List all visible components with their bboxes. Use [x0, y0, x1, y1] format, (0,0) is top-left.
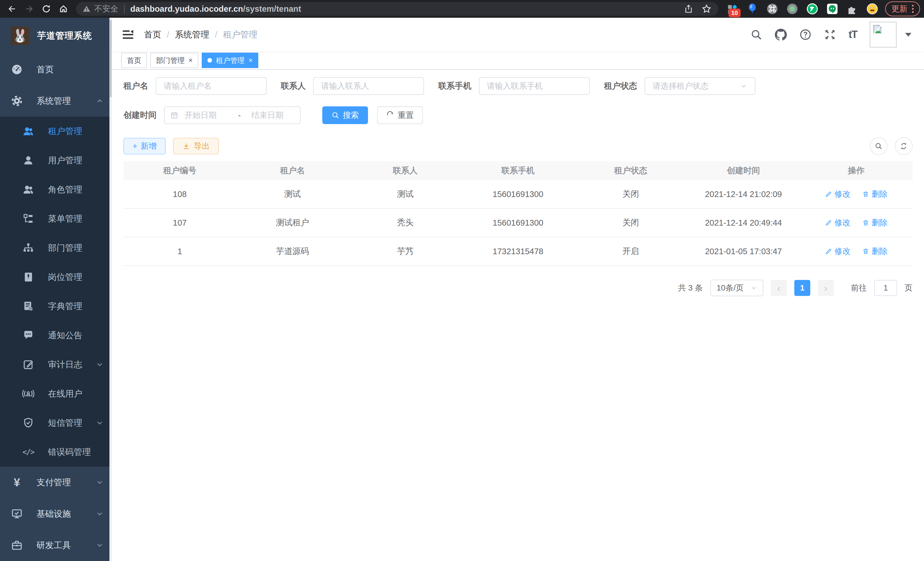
- sidebar-item-label: 审计日志: [48, 359, 82, 371]
- gear-icon: [11, 95, 23, 107]
- breadcrumb-system[interactable]: 系统管理: [175, 29, 209, 41]
- security-chip[interactable]: 不安全: [82, 3, 118, 14]
- sidebar-item-menu[interactable]: 菜单管理: [0, 204, 112, 233]
- sidebar-item-infra[interactable]: 基础设施: [0, 498, 112, 529]
- search-icon: [332, 111, 339, 119]
- prev-page-button[interactable]: ‹: [771, 280, 787, 296]
- delete-link[interactable]: 删除: [862, 217, 888, 228]
- refresh-table-button[interactable]: [895, 137, 913, 155]
- header-search-icon[interactable]: [750, 29, 762, 41]
- tab-close-icon[interactable]: ×: [249, 57, 253, 64]
- extension-command-icon[interactable]: [766, 2, 779, 15]
- sidebar-item-tenant[interactable]: 租户管理: [0, 117, 112, 146]
- sidebar-logo[interactable]: 🐰 芋道管理系统: [0, 18, 112, 54]
- sidebar-collapse-icon[interactable]: [122, 28, 134, 41]
- tenant-name-label: 租户名: [123, 80, 148, 92]
- sidebar-item-system[interactable]: 系统管理: [0, 85, 112, 117]
- sidebar-item-notice[interactable]: 通知公告: [0, 321, 112, 350]
- security-label: 不安全: [94, 3, 118, 14]
- refresh-icon: [900, 142, 908, 150]
- tab-close-icon[interactable]: ×: [189, 57, 193, 64]
- extension-puzzle-icon[interactable]: [846, 2, 859, 15]
- sidebar-item-home[interactable]: 首页: [0, 54, 112, 85]
- github-icon[interactable]: [775, 29, 787, 41]
- help-icon[interactable]: [800, 29, 812, 41]
- address-bar[interactable]: 不安全 dashboard.yudao.iocoder.cn/system/te…: [76, 2, 718, 16]
- current-page-button[interactable]: 1: [794, 280, 810, 296]
- delete-link[interactable]: 删除: [862, 246, 888, 257]
- sidebar-item-audit-log[interactable]: 审计日志: [0, 350, 112, 379]
- phone-input[interactable]: [479, 77, 590, 95]
- contact-input[interactable]: [313, 77, 424, 95]
- extension-chat-icon[interactable]: [826, 2, 839, 15]
- sidebar-item-user[interactable]: 用户管理: [0, 146, 112, 175]
- announcement-icon: [22, 329, 34, 341]
- toggle-search-button[interactable]: [870, 137, 887, 155]
- sidebar-item-role[interactable]: 角色管理: [0, 175, 112, 204]
- sidebar-item-post[interactable]: 岗位管理: [0, 262, 112, 292]
- bookmark-star-icon[interactable]: [701, 3, 712, 14]
- sidebar-scrollbar[interactable]: [110, 18, 112, 561]
- download-icon: [182, 142, 190, 150]
- calendar-icon: [170, 111, 178, 119]
- tab-home[interactable]: 首页: [121, 53, 147, 68]
- sidebar-item-label: 支付管理: [37, 477, 71, 488]
- page-size-select[interactable]: 10条/页: [710, 280, 764, 296]
- extension-yuque-icon[interactable]: [806, 2, 819, 15]
- main-area: 首页 / 系统管理 / 租户管理: [112, 18, 924, 561]
- edit-link[interactable]: 修改: [825, 217, 850, 228]
- sidebar-menu: 首页 系统管理: [0, 54, 112, 561]
- roles-users-icon: [22, 183, 34, 196]
- sidebar-item-label: 菜单管理: [48, 213, 82, 225]
- extension-emoji-icon[interactable]: [866, 2, 879, 15]
- sidebar-item-error-code[interactable]: </> 错误码管理: [0, 438, 112, 467]
- extension-recorder-icon[interactable]: [786, 2, 799, 15]
- sidebar-item-devtools[interactable]: 研发工具: [0, 529, 112, 561]
- yen-icon: ¥: [11, 476, 23, 488]
- delete-link[interactable]: 删除: [862, 189, 888, 200]
- breadcrumb-home[interactable]: 首页: [144, 29, 161, 41]
- forward-button[interactable]: [21, 1, 37, 17]
- plus-icon: +: [133, 141, 137, 151]
- pagination: 共 3 条 10条/页 ‹ 1 › 前往 页: [123, 280, 913, 308]
- tab-dept[interactable]: 部门管理 ×: [150, 53, 198, 68]
- browser-update-button[interactable]: 更新: [885, 2, 920, 16]
- jump-page-input[interactable]: [874, 280, 897, 296]
- date-range-picker[interactable]: 开始日期 - 结束日期: [164, 106, 301, 124]
- next-page-button[interactable]: ›: [818, 280, 834, 296]
- sidebar-item-online-users[interactable]: 在线用户: [0, 379, 112, 408]
- table-row: 107 测试租户 秃头 15601691300 关闭 2021-12-14 20…: [123, 208, 913, 237]
- avatar-caret-icon[interactable]: [905, 33, 911, 37]
- home-button[interactable]: [56, 1, 71, 17]
- reset-button[interactable]: 重置: [377, 106, 423, 124]
- avatar[interactable]: [870, 22, 897, 47]
- font-size-icon[interactable]: tT: [849, 29, 857, 41]
- search-button[interactable]: 搜索: [322, 106, 368, 124]
- edit-link[interactable]: 修改: [825, 189, 850, 200]
- forward-icon: [24, 4, 34, 14]
- status-label: 租户状态: [604, 80, 637, 92]
- reload-button[interactable]: [38, 1, 54, 17]
- jump-suffix: 页: [904, 283, 913, 293]
- add-button[interactable]: + 新增: [123, 138, 166, 154]
- fullscreen-icon[interactable]: [824, 29, 836, 41]
- tab-tenant[interactable]: 租户管理 ×: [202, 53, 258, 68]
- browser-menu-icon[interactable]: [912, 5, 914, 13]
- status-select[interactable]: 请选择租户状态: [645, 77, 755, 95]
- back-button[interactable]: [4, 1, 20, 17]
- table-row: 1 芋道源码 芋艿 17321315478 开启 2021-01-05 17:0…: [123, 237, 913, 266]
- sidebar-item-dept[interactable]: 部门管理: [0, 233, 112, 262]
- sidebar-item-dict[interactable]: 字典管理: [0, 292, 112, 321]
- export-button[interactable]: 导出: [173, 138, 219, 154]
- code-icon: </>: [22, 446, 34, 458]
- extensions-row: 10: [726, 2, 879, 15]
- sidebar-item-sms[interactable]: 短信管理: [0, 408, 112, 438]
- sidebar-item-label: 短信管理: [48, 417, 82, 429]
- extension-balloon-icon[interactable]: [746, 2, 759, 15]
- extension-tiles-icon[interactable]: 10: [726, 2, 739, 15]
- share-icon[interactable]: [683, 4, 694, 14]
- edit-link[interactable]: 修改: [825, 246, 850, 257]
- online-users-icon: [22, 388, 34, 400]
- tenant-name-input[interactable]: [156, 77, 267, 95]
- sidebar-item-pay[interactable]: ¥ 支付管理: [0, 467, 112, 498]
